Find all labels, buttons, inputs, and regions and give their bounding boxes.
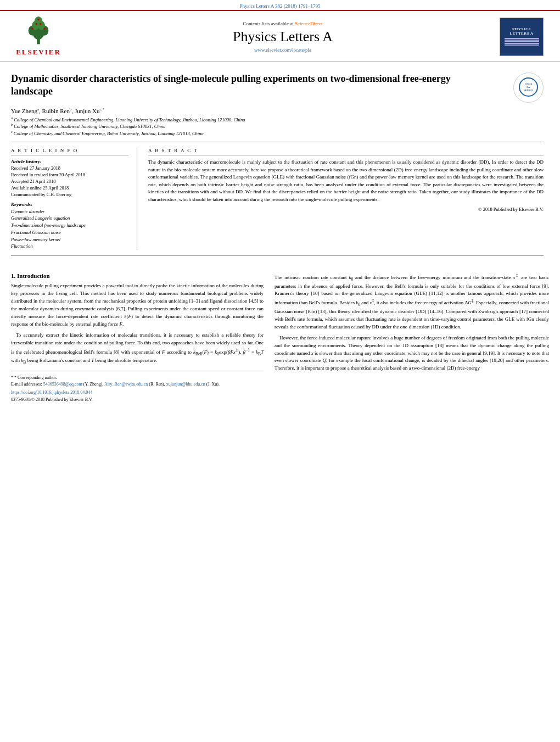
history-communicated: Communicated by C.R. Doering [11, 192, 128, 198]
keyword-3: Two-dimensional free-energy landscape [11, 222, 128, 229]
journal-url-text[interactable]: www.elsevier.com/locate/pla [66, 47, 500, 53]
footnote-emails: E-mail addresses: 5436536498@qq.com (Y. … [11, 381, 264, 388]
author-1: Yue Zheng [11, 108, 37, 114]
article-info-column: A R T I C L E I N F O Article history: R… [11, 148, 137, 250]
email-link-zheng[interactable]: 5436536498@qq.com [43, 382, 82, 387]
history-revised: Received in revised form 20 April 2018 [11, 172, 128, 178]
keyword-5: Power-law memory kernel [11, 236, 128, 243]
sciencedirect-link[interactable]: ScienceDirect [295, 21, 322, 26]
separator-2 [11, 255, 544, 256]
issn-line: 0375-9601/© 2018 Published by Elsevier B… [11, 397, 264, 402]
svg-point-8 [43, 27, 46, 30]
journal-logo-text: PHYSICS LETTERS A [502, 27, 541, 36]
journal-center-header: Contents lists available at ScienceDirec… [66, 21, 500, 53]
abstract-copyright: © 2018 Published by Elsevier B.V. [148, 207, 544, 212]
svg-point-6 [35, 16, 43, 26]
svg-point-7 [31, 27, 33, 30]
journal-logo-box: PHYSICS LETTERS A [500, 18, 544, 56]
elsevier-label: ELSEVIER [16, 48, 61, 57]
section1-right-para-1: The intrinsic reaction rate constant k0 … [275, 272, 549, 331]
separator-1 [11, 142, 544, 142]
journal-citation-bar: Physics Letters A 382 (2018) 1791–1795 [0, 0, 560, 10]
abstract-column: A B S T R A C T The dynamic characterist… [148, 148, 544, 250]
keywords-title: Keywords: [11, 202, 128, 207]
right-column: The intrinsic reaction rate constant k0 … [275, 272, 549, 402]
svg-point-10 [40, 23, 42, 25]
affiliation-b: b College of Mathematics, Southwest Jiao… [11, 123, 544, 129]
history-title: Article history: [11, 159, 128, 164]
keyword-6: Fluctuation [11, 243, 128, 250]
check-updates-badge: Checkforupdates [513, 72, 544, 103]
article-title-section: Dynamic disorder characteristics of sing… [11, 72, 544, 103]
history-online: Available online 25 April 2018 [11, 185, 128, 192]
history-accepted: Accepted 21 April 2018 [11, 178, 128, 185]
journal-name-title: Physics Letters A [66, 29, 500, 45]
page: Physics Letters A 382 (2018) 1791–1795 [0, 0, 560, 742]
author-2: Ruibin Ren [42, 108, 70, 114]
affiliation-a: a College of Chemical and Environmental … [11, 116, 544, 122]
section1-right-text: The intrinsic reaction rate constant k0 … [275, 272, 549, 372]
keyword-2: Generalized Langevin equation [11, 215, 128, 222]
history-received: Received 27 January 2018 [11, 165, 128, 172]
section1-para-2: To accurately extract the kinetic inform… [11, 332, 264, 366]
svg-point-9 [36, 23, 38, 25]
doi-line: https://doi.org/10.1016/j.physleta.2018.… [11, 390, 264, 395]
journal-header: ELSEVIER Contents lists available at Sci… [0, 10, 560, 62]
author-3: Junjun Xu [75, 108, 100, 114]
contents-available-text: Contents lists available at ScienceDirec… [66, 21, 500, 26]
doi-link[interactable]: https://doi.org/10.1016/j.physleta.2018.… [11, 390, 92, 395]
left-column: 1. Introduction Single-molecule pulling … [11, 272, 264, 402]
elsevier-tree-icon [22, 16, 55, 47]
footnote-section: * * Corresponding author. E-mail address… [11, 371, 264, 402]
abstract-text: The dynamic characteristic of macromolec… [148, 159, 544, 203]
elsevier-logo: ELSEVIER [11, 16, 66, 57]
section1-para-1: Single-molecule pulling experiment provi… [11, 282, 264, 328]
footnote-star: * * Corresponding author. [11, 375, 264, 381]
main-body: 1. Introduction Single-molecule pulling … [0, 272, 560, 413]
section1-title: 1. Introduction [11, 272, 264, 279]
svg-point-11 [37, 19, 40, 21]
affiliation-c: c College of Chemistry and Chemical Engi… [11, 130, 544, 136]
article-content: Dynamic disorder characteristics of sing… [0, 62, 560, 267]
journal-citation-text: Physics Letters A 382 (2018) 1791–1795 [239, 3, 320, 9]
article-info-heading: A R T I C L E I N F O [11, 148, 128, 155]
keyword-1: Dynamic disorder [11, 208, 128, 215]
section1-right-para-2: However, the force-induced molecular rup… [275, 334, 549, 373]
email-link-ren[interactable]: Airy_Ren@swjtu.edu.cn [104, 382, 148, 387]
article-meta-row: A R T I C L E I N F O Article history: R… [11, 148, 544, 250]
section1-left-text: Single-molecule pulling experiment provi… [11, 282, 264, 365]
email-link-xu[interactable]: xujunjun@bhu.edu.cn [166, 382, 205, 387]
abstract-heading: A B S T R A C T [148, 148, 544, 155]
authors-line: Yue Zhenga, Ruibin Renb, Junjun Xuc,* [11, 107, 544, 114]
article-title: Dynamic disorder characteristics of sing… [11, 72, 461, 98]
journal-logo-decoration [502, 38, 541, 46]
keyword-4: Fractional Gaussian noise [11, 229, 128, 236]
